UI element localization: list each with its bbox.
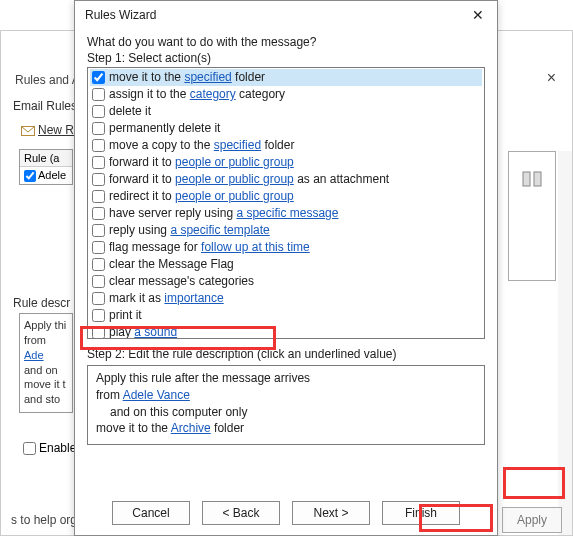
bg-rule-preview-thumb <box>508 151 556 281</box>
action-checkbox[interactable] <box>92 241 105 254</box>
bg-table-header: Rule (a <box>20 150 72 167</box>
action-mark-importance[interactable]: mark it as importance <box>90 290 482 307</box>
desc-line: from Adele Vance <box>96 387 476 404</box>
cancel-button[interactable]: Cancel <box>112 501 190 525</box>
action-reply-template[interactable]: reply using a specific template <box>90 222 482 239</box>
action-checkbox[interactable] <box>92 139 105 152</box>
step2-label: Step 2: Edit the rule description (click… <box>87 347 485 361</box>
back-button[interactable]: < Back <box>202 501 280 525</box>
next-button[interactable]: Next > <box>292 501 370 525</box>
action-checkbox[interactable] <box>92 122 105 135</box>
action-forward[interactable]: forward it to people or public group <box>90 154 482 171</box>
bg-close-button[interactable]: × <box>541 67 562 89</box>
action-delete[interactable]: delete it <box>90 103 482 120</box>
bg-table-row[interactable]: Adele <box>20 167 72 184</box>
dialog-title: Rules Wizard <box>85 8 156 22</box>
svg-rect-2 <box>534 172 541 186</box>
bg-section-label: Email Rules <box>13 99 77 113</box>
bg-scrollbar[interactable] <box>558 151 572 535</box>
svg-rect-1 <box>523 172 530 186</box>
desc-link-from[interactable]: Adele Vance <box>123 388 190 402</box>
action-checkbox[interactable] <box>92 309 105 322</box>
bg-rule-checkbox[interactable] <box>24 170 36 182</box>
preview-icon <box>521 170 543 188</box>
dialog-titlebar: Rules Wizard ✕ <box>75 1 497 29</box>
action-checkbox[interactable] <box>92 326 105 339</box>
action-redirect[interactable]: redirect it to people or public group <box>90 188 482 205</box>
finish-button[interactable]: Finish <box>382 501 460 525</box>
action-checkbox[interactable] <box>92 105 105 118</box>
bg-new-rule-button[interactable]: New R <box>21 123 74 137</box>
desc-line: move it to the Archive folder <box>96 420 476 437</box>
step1-label: Step 1: Select action(s) <box>87 51 485 65</box>
bg-desc-box: Apply thi from Ade and on move it t and … <box>19 313 73 413</box>
bg-enable-checkbox-row[interactable]: Enable <box>19 439 76 458</box>
dialog-button-row: Cancel < Back Next > Finish <box>75 501 497 525</box>
bg-apply-button[interactable]: Apply <box>502 507 562 533</box>
bg-rules-table: Rule (a Adele <box>19 149 73 185</box>
desc-line: and on this computer only <box>96 404 476 421</box>
desc-line: Apply this rule after the message arrive… <box>96 370 476 387</box>
action-flag-followup[interactable]: flag message for follow up at this time <box>90 239 482 256</box>
action-perm-delete[interactable]: permanently delete it <box>90 120 482 137</box>
action-clear-flag[interactable]: clear the Message Flag <box>90 256 482 273</box>
action-print[interactable]: print it <box>90 307 482 324</box>
action-move-to-folder[interactable]: move it to the specified folder <box>90 69 482 86</box>
action-clear-categories[interactable]: clear message's categories <box>90 273 482 290</box>
bg-enable-checkbox[interactable] <box>23 442 36 455</box>
action-checkbox[interactable] <box>92 207 105 220</box>
action-checkbox[interactable] <box>92 275 105 288</box>
action-checkbox[interactable] <box>92 292 105 305</box>
action-checkbox[interactable] <box>92 173 105 186</box>
rules-wizard-dialog: Rules Wizard ✕ What do you want to do wi… <box>74 0 498 536</box>
wizard-question: What do you want to do with the message? <box>87 35 485 49</box>
action-server-reply[interactable]: have server reply using a specific messa… <box>90 205 482 222</box>
action-checkbox[interactable] <box>92 224 105 237</box>
action-forward-attachment[interactable]: forward it to people or public group as … <box>90 171 482 188</box>
action-checkbox[interactable] <box>92 71 105 84</box>
close-icon[interactable]: ✕ <box>467 7 489 23</box>
action-move-copy[interactable]: move a copy to the specified folder <box>90 137 482 154</box>
desc-link-folder[interactable]: Archive <box>171 421 211 435</box>
action-play-sound[interactable]: play a sound <box>90 324 482 339</box>
action-checkbox[interactable] <box>92 156 105 169</box>
action-checkbox[interactable] <box>92 258 105 271</box>
bg-footer-text: s to help orga <box>11 513 84 527</box>
bg-desc-label: Rule descr <box>13 296 70 310</box>
actions-list[interactable]: move it to the specified folder assign i… <box>87 67 485 339</box>
rule-description-box: Apply this rule after the message arrive… <box>87 365 485 445</box>
action-checkbox[interactable] <box>92 190 105 203</box>
action-checkbox[interactable] <box>92 88 105 101</box>
mail-icon <box>21 125 35 137</box>
action-assign-category[interactable]: assign it to the category category <box>90 86 482 103</box>
